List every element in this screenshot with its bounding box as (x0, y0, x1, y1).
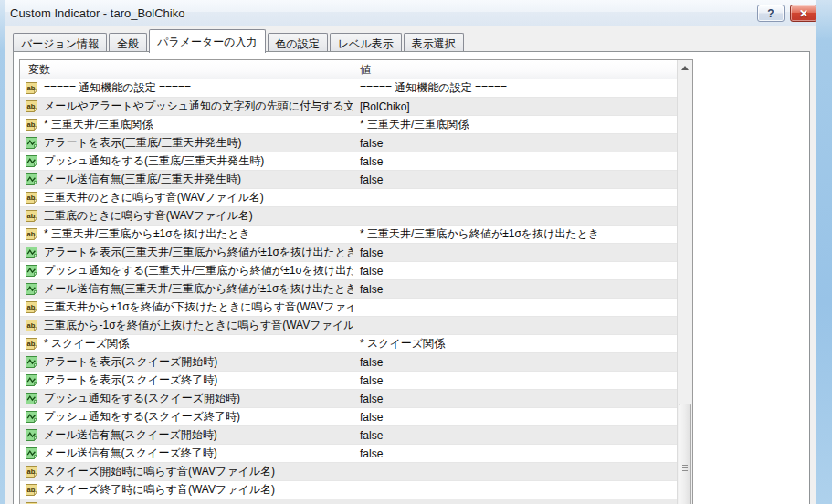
bool-param-icon (25, 373, 38, 387)
string-param-icon: ab (25, 300, 38, 314)
help-button[interactable]: ? (757, 5, 785, 22)
param-value-cell[interactable] (353, 463, 677, 480)
param-value-cell[interactable] (353, 207, 677, 225)
param-name-label: 三重天井のときに鳴らす音(WAVファイル名) (44, 190, 264, 205)
param-value-cell[interactable]: false (353, 244, 677, 261)
param-name-label: メール送信有無(三重底/三重天井発生時) (44, 172, 241, 187)
param-value-cell[interactable]: * 三重天井/三重底から終値が±1σを抜け出たとき (353, 226, 677, 243)
param-row[interactable]: アラートを表示(スクイーズ開始時)false (20, 353, 677, 372)
scrollbar-thumb[interactable] (679, 404, 691, 504)
param-value-cell[interactable]: [BolChiko] (353, 98, 677, 115)
param-value-cell[interactable] (353, 317, 677, 334)
scrollbar-up-button[interactable] (678, 60, 692, 76)
param-row[interactable]: アラートを表示(スクイーズ終了時)false (20, 372, 677, 390)
param-value-cell[interactable]: false (353, 262, 677, 279)
param-row[interactable]: プッシュ通知をする(三重天井/三重底から終値が±1σを抜け出たと...false (20, 262, 677, 280)
param-value-cell[interactable]: false (353, 152, 677, 170)
param-value-cell[interactable]: * スクイーズ関係 (353, 335, 677, 352)
dialog-content: バージョン情報全般パラメーターの入力色の設定レベル表示表示選択 変数 値 ab=… (5, 26, 816, 504)
param-row[interactable]: abスクイーズ終了時に鳴らす音(WAVファイル名) (20, 481, 677, 499)
close-button[interactable]: ✕ (790, 5, 817, 22)
param-value-cell[interactable]: false (353, 445, 677, 462)
bool-param-icon (25, 410, 38, 424)
bool-param-icon (25, 446, 38, 460)
tab-4[interactable]: レベル表示 (330, 33, 402, 52)
param-name-cell: ab* スクイーズ関係 (20, 335, 353, 352)
vertical-scrollbar[interactable] (677, 60, 692, 504)
param-name-cell: メール送信有無(スクイーズ終了時) (20, 445, 353, 462)
column-header-variable[interactable]: 変数 (20, 60, 353, 79)
param-value-cell[interactable] (353, 299, 677, 316)
param-value-cell[interactable]: false (353, 280, 677, 298)
title-buttons: ? ✕ (757, 5, 817, 22)
param-name-cell: ab* 三重天井/三重底から±1σを抜け出たとき (20, 226, 353, 243)
param-row[interactable]: ab三重天井から+1σを終値が下抜けたときに鳴らす音(WAVファイル名) (20, 299, 677, 317)
param-row[interactable]: ab===== 通知機能の設定 ========== 通知機能の設定 ===== (20, 79, 677, 98)
param-value-cell[interactable]: false (353, 353, 677, 371)
param-value-cell[interactable]: * 三重天井/三重底関係 (353, 116, 677, 133)
param-value-cell[interactable]: false (353, 134, 677, 152)
param-value-cell[interactable]: false (353, 426, 677, 444)
string-param-icon: ab (25, 81, 38, 95)
param-value-cell[interactable]: false (353, 408, 677, 425)
param-value-cell[interactable] (353, 481, 677, 499)
table-header: 変数 値 (20, 60, 677, 79)
tab-2[interactable]: パラメーターの入力 (149, 29, 265, 53)
svg-text:ab: ab (27, 194, 36, 202)
tab-1[interactable]: 全般 (109, 33, 147, 52)
param-row[interactable]: メール送信有無(スクイーズ終了時)false (20, 445, 677, 463)
param-name-label: アラートを表示(三重天井/三重底から終値が±1σを抜け出たとき) (44, 245, 353, 260)
param-row[interactable]: ab三重天井のときに鳴らす音(WAVファイル名) (20, 189, 677, 207)
title-bar[interactable]: Custom Indicator - taro_BolChiko (0, 0, 832, 26)
param-row[interactable]: プッシュ通知をする(スクイーズ開始時)false (20, 390, 677, 408)
param-row[interactable]: メール送信有無(三重底/三重天井発生時)false (20, 171, 677, 189)
param-name-cell: アラートを表示(三重天井/三重底から終値が±1σを抜け出たとき) (20, 244, 353, 261)
param-row[interactable]: ab* スクイーズ関係* スクイーズ関係 (20, 335, 677, 353)
svg-text:ab: ab (27, 84, 36, 92)
param-row[interactable]: ab (20, 499, 677, 504)
param-row[interactable]: アラートを表示(三重天井/三重底から終値が±1σを抜け出たとき)false (20, 244, 677, 262)
bool-param-icon (25, 392, 38, 405)
param-value-cell[interactable]: false (353, 390, 677, 407)
param-name-cell: プッシュ通知をする(三重天井/三重底から終値が±1σを抜け出たと... (20, 262, 353, 279)
param-name-cell: アラートを表示(スクイーズ開始時) (20, 353, 353, 371)
tab-3[interactable]: 色の設定 (268, 33, 328, 52)
string-param-icon: ab (25, 191, 38, 205)
param-value-cell[interactable]: ===== 通知機能の設定 ===== (353, 79, 677, 97)
tab-0[interactable]: バージョン情報 (13, 33, 107, 52)
param-row[interactable]: abスクイーズ開始時に鳴らす音(WAVファイル名) (20, 463, 677, 481)
param-value-cell[interactable] (353, 189, 677, 206)
param-name-cell: ab三重天井から+1σを終値が下抜けたときに鳴らす音(WAVファイル名) (20, 299, 353, 316)
param-name-label: プッシュ通知をする(三重底/三重天井発生時) (44, 153, 264, 169)
tab-bar: バージョン情報全般パラメーターの入力色の設定レベル表示表示選択 (13, 30, 466, 52)
param-row[interactable]: ab三重底のときに鳴らす音(WAVファイル名) (20, 207, 677, 226)
param-name-cell: ab三重底のときに鳴らす音(WAVファイル名) (20, 207, 353, 225)
param-name-label: メール送信有無(スクイーズ終了時) (44, 446, 217, 461)
param-value-cell[interactable]: false (353, 372, 677, 389)
param-row[interactable]: ab* 三重天井/三重底関係* 三重天井/三重底関係 (20, 116, 677, 134)
window-title: Custom Indicator - taro_BolChiko (10, 6, 184, 20)
param-name-label: プッシュ通知をする(スクイーズ開始時) (44, 391, 240, 406)
param-name-cell: メール送信有無(スクイーズ開始時) (20, 426, 353, 444)
param-name-cell: ab===== 通知機能の設定 ===== (20, 79, 353, 97)
param-row[interactable]: メール送信有無(三重天井/三重底から終値が±1σを抜け出たとき)false (20, 280, 677, 299)
param-row[interactable]: abメールやアラートやプッシュ通知の文字列の先頭に付与する文字列[BolChik… (20, 98, 677, 116)
param-row[interactable]: アラートを表示(三重底/三重天井発生時)false (20, 134, 677, 152)
param-row[interactable]: ab* 三重天井/三重底から±1σを抜け出たとき* 三重天井/三重底から終値が±… (20, 226, 677, 244)
param-row[interactable]: プッシュ通知をする(スクイーズ終了時)false (20, 408, 677, 426)
column-header-value[interactable]: 値 (353, 60, 677, 79)
help-icon: ? (767, 7, 774, 20)
param-name-label: * 三重天井/三重底から±1σを抜け出たとき (44, 226, 250, 242)
string-param-icon: ab (25, 209, 38, 223)
bool-param-icon (25, 355, 38, 369)
param-value-cell[interactable] (353, 499, 677, 504)
param-row[interactable]: プッシュ通知をする(三重底/三重天井発生時)false (20, 152, 677, 171)
tab-page-parameters: 変数 値 ab===== 通知機能の設定 ========== 通知機能の設定 … (13, 51, 810, 504)
param-row[interactable]: メール送信有無(スクイーズ開始時)false (20, 426, 677, 445)
string-param-icon: ab (25, 319, 38, 332)
tab-5[interactable]: 表示選択 (404, 33, 464, 52)
param-name-cell: ab三重底から-1σを終値が上抜けたときに鳴らす音(WAVファイル名) (20, 317, 353, 334)
param-row[interactable]: ab三重底から-1σを終値が上抜けたときに鳴らす音(WAVファイル名) (20, 317, 677, 335)
bool-param-icon (25, 428, 38, 442)
param-value-cell[interactable]: false (353, 171, 677, 188)
